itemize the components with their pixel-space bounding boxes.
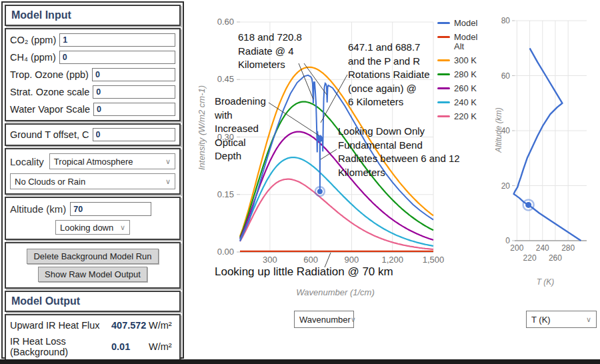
profile-variable-value: T (K) bbox=[531, 315, 551, 325]
legend-swatch-icon bbox=[437, 115, 450, 117]
modtran-app: Model Input CO₂ (ppm)CH₄ (ppm)Trop. Ozon… bbox=[0, 0, 600, 364]
right-y-axis-title: Altitude (km) bbox=[494, 73, 503, 187]
input-field-row: Strat. Ozone scale bbox=[6, 83, 179, 101]
input-field-row: Water Vapor Scale bbox=[6, 101, 179, 118]
input-field-row: CO₂ (ppm) bbox=[6, 31, 179, 49]
svg-text:0.45: 0.45 bbox=[217, 74, 234, 84]
clouds-value: No Clouds or Rain bbox=[15, 177, 85, 187]
svg-text:900: 900 bbox=[345, 255, 359, 265]
output-row: IR Heat Loss (Background)0.01W/m² bbox=[6, 333, 179, 360]
model-output-header-box: Model Output bbox=[5, 291, 181, 312]
altitude-label: Altitude (km) bbox=[10, 203, 66, 215]
svg-text:0.15: 0.15 bbox=[217, 189, 234, 199]
svg-text:1,200: 1,200 bbox=[381, 255, 403, 265]
x-axis-unit-dropdown[interactable]: Wavenumber ∨ bbox=[294, 311, 354, 328]
locality-select[interactable]: Tropical Atmosphere ∨ bbox=[49, 153, 175, 169]
legend-label: 240 K bbox=[454, 98, 477, 107]
svg-text:80: 80 bbox=[501, 16, 511, 25]
legend-label: 220 K bbox=[454, 112, 477, 121]
field-input-3[interactable] bbox=[93, 85, 175, 99]
altitude-box: Altitude (km) Looking down ∨ bbox=[5, 197, 181, 240]
legend-label: Model bbox=[454, 19, 477, 28]
legend-item-6: 220 K bbox=[437, 112, 477, 121]
buttons-box: Delete Background Model Run Show Raw Mod… bbox=[5, 242, 181, 289]
legend-swatch-icon bbox=[437, 22, 450, 24]
output-unit-0: W/m² bbox=[149, 320, 175, 331]
input-field-row: Trop. Ozone (ppb) bbox=[6, 66, 179, 83]
legend-label: 260 K bbox=[454, 84, 477, 93]
svg-text:240: 240 bbox=[536, 243, 549, 253]
atmosphere-profile-chart: 020406080200220240260280 Altitude (km) T… bbox=[481, 0, 600, 333]
svg-text:600: 600 bbox=[303, 255, 318, 265]
svg-text:280: 280 bbox=[561, 243, 575, 253]
svg-text:1,500: 1,500 bbox=[423, 255, 445, 265]
output-value-1: 0.01 bbox=[111, 341, 149, 352]
svg-text:0.00: 0.00 bbox=[217, 247, 234, 257]
legend-swatch-icon bbox=[437, 101, 450, 103]
legend-item-2: 300 K bbox=[437, 56, 477, 65]
svg-text:0: 0 bbox=[505, 236, 510, 245]
show-raw-output-button[interactable]: Show Raw Model Output bbox=[38, 267, 147, 282]
annotation-looking-down: Looking Down Only Fundamental Bend Radia… bbox=[338, 125, 478, 179]
locality-label: Locality bbox=[10, 156, 44, 167]
field-input-1[interactable] bbox=[59, 51, 175, 64]
window-bottom-edge bbox=[0, 359, 600, 364]
ground-t-row: Ground T offset, C bbox=[6, 126, 179, 143]
chart-legend: ModelModel Alt300 K280 K260 K240 K220 K bbox=[437, 19, 477, 126]
legend-item-4: 260 K bbox=[437, 84, 477, 93]
output-row: Upward IR Heat Flux407.572W/m² bbox=[6, 317, 179, 333]
right-x-axis-title: T (K) bbox=[512, 277, 579, 287]
chevron-down-icon: ∨ bbox=[120, 223, 125, 232]
model-output-title: Model Output bbox=[6, 292, 179, 311]
field-label-3: Strat. Ozone scale bbox=[10, 87, 89, 97]
output-value-0: 407.572 bbox=[111, 320, 149, 331]
annotation-618-720: 618 and 720.8 Radiate @ 4 Kilometers bbox=[238, 31, 331, 72]
field-label-2: Trop. Ozone (ppb) bbox=[10, 69, 89, 80]
legend-swatch-icon bbox=[437, 73, 450, 75]
legend-swatch-icon bbox=[437, 36, 450, 38]
model-input-title: Model Input bbox=[6, 6, 179, 25]
clouds-select[interactable]: No Clouds or Rain ∨ bbox=[10, 173, 175, 189]
legend-swatch-icon bbox=[437, 87, 450, 89]
ground-t-box: Ground T offset, C bbox=[5, 123, 181, 146]
annotation-647-688: 647.1 and 688.7 and the P and R Rotation… bbox=[348, 41, 448, 109]
model-input-header-box: Model Input bbox=[5, 5, 181, 26]
field-label-0: CO₂ (ppm) bbox=[10, 35, 56, 45]
x-axis-title: Wavenumber (1/cm) bbox=[275, 287, 395, 297]
input-field-row: CH₄ (ppm) bbox=[6, 49, 179, 66]
output-label-0: Upward IR Heat Flux bbox=[10, 320, 111, 331]
output-label-1: IR Heat Loss (Background) bbox=[10, 336, 111, 357]
field-input-4[interactable] bbox=[93, 103, 175, 116]
field-input-2[interactable] bbox=[92, 68, 175, 81]
spectrum-chart: 0.000.150.300.450.603006009001,2001,500 … bbox=[193, 0, 480, 333]
y-axis-title: Intensity (W/m2 cm-1) bbox=[197, 65, 207, 191]
annotation-looking-up: Looking up little Radiation @ 70 km bbox=[215, 265, 435, 279]
direction-select[interactable]: Looking down ∨ bbox=[55, 220, 130, 235]
ground-t-label: Ground T offset, C bbox=[10, 129, 89, 140]
direction-value: Looking down bbox=[60, 223, 113, 233]
legend-item-1: Model Alt bbox=[437, 33, 477, 51]
field-label-4: Water Vapor Scale bbox=[10, 104, 90, 115]
svg-text:300: 300 bbox=[263, 255, 277, 265]
left-panel: Model Input CO₂ (ppm)CH₄ (ppm)Trop. Ozon… bbox=[1, 1, 184, 359]
svg-text:260: 260 bbox=[549, 253, 562, 263]
legend-swatch-icon bbox=[437, 59, 450, 61]
svg-text:220: 220 bbox=[523, 253, 537, 263]
x-axis-unit-value: Wavenumber bbox=[299, 315, 351, 325]
chevron-down-icon: ∨ bbox=[165, 157, 171, 166]
annotation-broadening: Broadening with Increased Optical Depth bbox=[215, 95, 288, 163]
legend-label: Model Alt bbox=[454, 33, 477, 51]
altitude-input[interactable] bbox=[70, 202, 151, 216]
delete-background-button[interactable]: Delete Background Model Run bbox=[27, 249, 158, 264]
model-output-box: Upward IR Heat Flux407.572W/m²IR Heat Lo… bbox=[5, 314, 181, 364]
chevron-down-icon: ∨ bbox=[586, 315, 591, 324]
field-input-0[interactable] bbox=[59, 33, 175, 47]
gas-fields-box: CO₂ (ppm)CH₄ (ppm)Trop. Ozone (ppb)Strat… bbox=[5, 28, 181, 121]
profile-variable-dropdown[interactable]: T (K) ∨ bbox=[526, 311, 597, 328]
legend-item-5: 240 K bbox=[437, 98, 477, 107]
chevron-down-icon: ∨ bbox=[165, 177, 171, 186]
field-label-1: CH₄ (ppm) bbox=[10, 52, 56, 63]
locality-value: Tropical Atmosphere bbox=[54, 157, 133, 167]
legend-item-0: Model bbox=[437, 19, 477, 28]
ground-t-input[interactable] bbox=[93, 128, 176, 141]
